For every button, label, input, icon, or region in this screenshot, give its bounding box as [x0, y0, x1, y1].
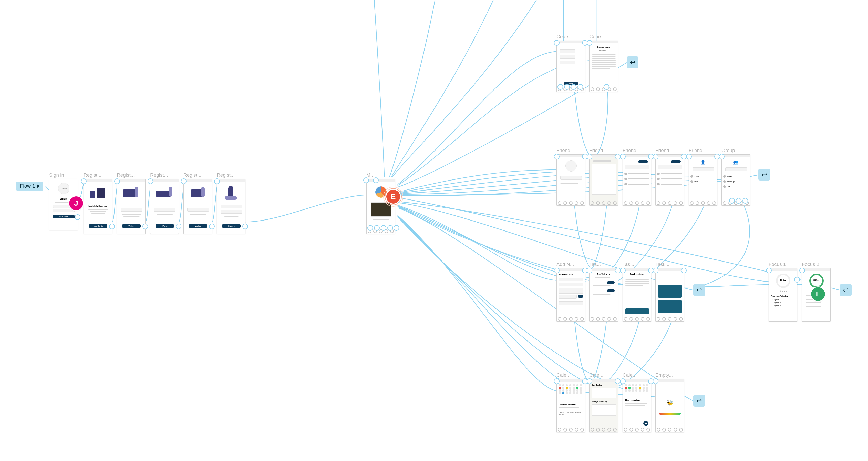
list-item-label: LVA — [727, 186, 730, 188]
frame-group[interactable]: Group... 👥 TIGa21 shorud go LVA — [721, 148, 750, 206]
frame-empty[interactable]: Empty... 🐝 — [655, 372, 684, 432]
flow-start-tag[interactable]: Flow 1 — [17, 181, 43, 191]
timer-value: 18:57 — [769, 279, 797, 282]
task-desc-title: Task Description — [623, 273, 651, 275]
addnew-title: Add New Task — [559, 273, 572, 276]
frame-reg5[interactable]: Regist... Submit — [217, 172, 245, 234]
submit-button: Submit — [222, 224, 241, 228]
frame-label: Task... — [655, 261, 684, 267]
frame-cal2[interactable]: Cale... Due Today 30 days remaining — [589, 372, 618, 432]
frame-label: Cale... — [623, 372, 651, 378]
frame-friend5[interactable]: Friend... 👤 Ganon Leila — [689, 148, 717, 206]
focus-item: Aufgabe 3 — [772, 305, 781, 307]
next-button: Weiter — [156, 224, 174, 228]
logo-placeholder: LOGO — [58, 183, 69, 194]
play-icon — [37, 184, 40, 188]
frame-friend3[interactable]: Friend... — [623, 148, 651, 206]
frame-friend2[interactable]: Friend... — [589, 148, 618, 206]
frame-cal3[interactable]: Cale... 30 days remaining + — [623, 372, 651, 432]
list-item-label: Ganon — [694, 176, 700, 177]
frame-label: Friend... — [556, 148, 585, 153]
remaining-title: 30 days remaining — [625, 399, 641, 401]
frame-label: Focus 1 — [769, 261, 797, 267]
frame-friend4[interactable]: Friend... — [655, 148, 684, 206]
list-item-label: Leila — [694, 181, 698, 182]
upcoming-title: Upcoming deadlines — [559, 403, 576, 405]
frame-reg1[interactable]: Regist... Herzlich Willkommen Los Gehts — [84, 172, 112, 234]
search-input — [560, 176, 582, 180]
user-cursor-j: J — [69, 196, 83, 210]
frame-label: Cours... — [556, 34, 585, 39]
signin-button: Anmelden — [53, 215, 74, 219]
frame-task1[interactable]: Tas... New Task View — [589, 261, 618, 321]
frame-cal1[interactable]: Cale... Upcoming deadlines A 10 AM — som… — [556, 372, 585, 432]
frame-course2[interactable]: Cours... Course Name Information — [589, 34, 618, 92]
due-today-title: Due Today — [592, 384, 602, 386]
frame-label: Regist... — [217, 172, 245, 178]
frame-label: Regist... — [150, 172, 178, 178]
frame-label: Cale... — [589, 372, 617, 378]
frame-label: Focus 2 — [802, 261, 830, 267]
frame-label: Cale... — [556, 372, 585, 378]
frame-reg3[interactable]: Regist... Weiter — [150, 172, 179, 234]
list-item-label: shorud go — [727, 181, 735, 182]
frame-label: Friend... — [655, 148, 684, 153]
frame-label: Tas... — [589, 261, 617, 267]
back-button[interactable] — [693, 284, 705, 296]
frame-label: Cours... — [589, 34, 617, 39]
flow-label: Flow 1 — [20, 183, 35, 189]
next-button: Weiter — [189, 224, 207, 228]
frame-label: Regist... — [84, 172, 112, 178]
course-name: Course Name — [590, 46, 618, 48]
back-button[interactable] — [693, 395, 705, 407]
focus-sub: FOCUS — [769, 290, 797, 292]
timer-value: 18:57 — [802, 279, 830, 282]
checklist-title: Proximate Aufgaben — [771, 295, 788, 297]
frame-reg2[interactable]: Regist... Weiter — [117, 172, 146, 234]
back-button[interactable] — [840, 284, 851, 296]
frame-label: M... — [366, 172, 395, 178]
list-item-label: TIGa21 — [727, 176, 733, 177]
focus-item: Aufgabe 2 — [772, 302, 781, 304]
prototype-canvas[interactable]: Flow 1 Sign in LOGO Sign in Anmelden Reg… — [0, 0, 868, 461]
frame-label: Friend... — [689, 148, 717, 153]
frame-label: Empty... — [655, 372, 684, 378]
bee-icon: 🐝 — [667, 400, 673, 406]
frame-task2[interactable]: Tas... Task Description — [623, 261, 651, 321]
person-icon: 👤 — [689, 160, 717, 165]
back-button[interactable] — [758, 169, 770, 180]
back-button[interactable] — [627, 56, 639, 68]
task-header: New Task View — [590, 273, 618, 275]
next-button: Weiter — [122, 224, 141, 228]
focus-item: Aufgabe 1 — [772, 299, 781, 300]
remaining-title: 30 days remaining — [592, 401, 607, 403]
frame-task3[interactable]: Task... — [655, 261, 684, 321]
frame-focus1[interactable]: Focus 1 18:57 FOCUS Proximate Aufgaben A… — [769, 261, 797, 321]
frame-addnew[interactable]: Add N... Add New Task — [556, 261, 585, 321]
user-cursor-l: L — [811, 287, 825, 301]
frame-label: Friend... — [589, 148, 617, 153]
course-sub: Information — [590, 50, 618, 51]
user-cursor-e: E — [386, 190, 400, 204]
welcome-text: Herzlich Willkommen — [84, 205, 112, 207]
frame-friend1[interactable]: Friend... — [556, 148, 585, 206]
people-icon: 👥 — [722, 160, 750, 165]
start-button: Los Gehts — [89, 224, 107, 228]
progress-gradient — [659, 412, 681, 414]
frame-label: Sign in — [49, 172, 78, 178]
add-fab-icon: + — [643, 421, 648, 426]
frame-label: Regist... — [117, 172, 145, 178]
frame-reg4[interactable]: Regist... Weiter — [183, 172, 212, 234]
frame-label: Add N... — [556, 261, 585, 267]
frame-label: Tas... — [623, 261, 651, 267]
frame-label: Friend... — [623, 148, 651, 153]
frame-course1[interactable]: Cours... Save — [556, 34, 585, 92]
frame-label: Regist... — [183, 172, 212, 178]
cal-task-text: A 10 AM — some thing abt lst of Seminar — [559, 411, 583, 415]
frame-label: Group... — [721, 148, 750, 153]
